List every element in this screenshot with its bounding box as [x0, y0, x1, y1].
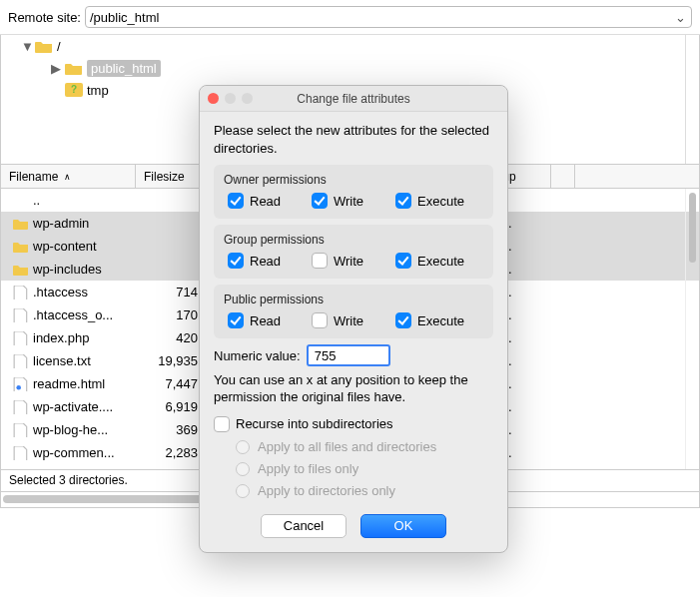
- zoom-icon: [242, 93, 253, 104]
- public-execute-checkbox[interactable]: Execute: [395, 312, 479, 328]
- file-name: index.php: [33, 330, 89, 345]
- column-label: Filesize: [144, 170, 185, 184]
- file-icon: [13, 400, 29, 414]
- numeric-value-label: Numeric value:: [214, 348, 301, 363]
- column-label: Filename: [9, 170, 58, 184]
- file-size-cell: 170: [142, 307, 204, 322]
- file-name-cell: .htaccess: [7, 285, 142, 299]
- file-name: wp-commen...: [33, 445, 115, 460]
- owner-read-checkbox[interactable]: Read: [228, 193, 312, 209]
- sort-ascending-icon: ∧: [64, 172, 71, 182]
- perm-text: Write: [334, 254, 363, 269]
- file-name-cell: license.txt: [7, 353, 142, 368]
- file-name: wp-content: [33, 239, 97, 254]
- ok-button[interactable]: OK: [360, 514, 446, 538]
- scrollbar-thumb[interactable]: [689, 193, 696, 263]
- remote-path-input[interactable]: [90, 10, 673, 25]
- disclosure-open-icon[interactable]: ▼: [21, 39, 35, 54]
- file-size-cell: 7,447: [142, 376, 204, 391]
- checkbox[interactable]: [228, 312, 244, 328]
- remote-site-bar: Remote site: ⌄: [0, 0, 700, 35]
- perm-text: Execute: [417, 313, 464, 328]
- tree-vertical-scrollbar[interactable]: [685, 35, 699, 164]
- column-filesize[interactable]: Filesize: [136, 165, 204, 188]
- dialog-title: Change file attributes: [297, 92, 409, 106]
- checkbox[interactable]: [395, 253, 411, 269]
- chevron-down-icon[interactable]: ⌄: [673, 10, 687, 25]
- checkbox[interactable]: [312, 312, 328, 328]
- radio-apply-all: Apply to all files and directories: [236, 436, 493, 458]
- radio-label: Apply to all files and directories: [258, 439, 436, 454]
- file-icon: [13, 469, 29, 471]
- file-name-cell: .htaccess_o...: [7, 307, 142, 322]
- public-read-checkbox[interactable]: Read: [228, 312, 312, 328]
- file-icon: [13, 286, 29, 299]
- tree-row[interactable]: ▶ public_html: [1, 57, 699, 79]
- checkbox[interactable]: [228, 193, 244, 209]
- file-name-cell: wp-includes: [7, 262, 142, 277]
- radio: [236, 484, 250, 498]
- file-size-cell: 6,919: [142, 399, 204, 414]
- file-icon: [13, 354, 29, 368]
- html-icon: [13, 377, 29, 391]
- folder-icon: [13, 217, 29, 231]
- checkbox[interactable]: [312, 253, 328, 269]
- numeric-value-input[interactable]: [307, 344, 390, 366]
- checkbox[interactable]: [312, 193, 328, 209]
- group-write-checkbox[interactable]: Write: [312, 253, 395, 269]
- numeric-value-row: Numeric value:: [214, 344, 493, 366]
- remote-path-combo[interactable]: ⌄: [85, 6, 692, 28]
- file-size-cell: 714: [142, 285, 204, 299]
- file-name-cell: wp-admin: [7, 216, 142, 231]
- perm-text: Read: [250, 194, 281, 209]
- list-vertical-scrollbar[interactable]: [685, 189, 699, 469]
- radio: [236, 462, 250, 476]
- checkbox[interactable]: [228, 253, 244, 269]
- cancel-button[interactable]: Cancel: [261, 514, 347, 538]
- file-icon: [13, 331, 29, 345]
- column-filename[interactable]: Filename ∧: [1, 165, 136, 188]
- file-size-cell: 2,898: [142, 468, 204, 470]
- tree-row-root[interactable]: ▼ /: [1, 35, 699, 57]
- owner-permissions-block: Owner permissions Read Write Execute: [214, 165, 493, 219]
- radio-apply-files: Apply to files only: [236, 458, 493, 480]
- file-size-cell: 420: [142, 330, 204, 345]
- owner-execute-checkbox[interactable]: Execute: [395, 193, 479, 209]
- radio-label: Apply to files only: [258, 461, 358, 476]
- radio-label: Apply to directories only: [258, 483, 395, 498]
- file-size-cell: 19,935: [142, 353, 204, 368]
- remote-site-label: Remote site:: [8, 10, 81, 25]
- up-icon: [13, 194, 29, 208]
- question-folder-icon: ?: [65, 83, 83, 97]
- file-name: ..: [33, 193, 40, 208]
- checkbox[interactable]: [395, 193, 411, 209]
- file-icon: [13, 308, 29, 322]
- owner-write-checkbox[interactable]: Write: [312, 193, 395, 209]
- close-icon[interactable]: [208, 93, 219, 104]
- perm-text: Read: [250, 313, 281, 328]
- file-name-cell: wp-commen...: [7, 445, 142, 460]
- checkbox[interactable]: [214, 416, 230, 432]
- perm-section-label: Public permissions: [224, 293, 483, 306]
- checkbox[interactable]: [395, 312, 411, 328]
- file-name: wp-activate....: [33, 399, 113, 414]
- svg-point-0: [16, 384, 21, 389]
- file-icon: [13, 423, 29, 437]
- status-text: Selected 3 directories.: [9, 473, 128, 487]
- file-name-cell: index.php: [7, 330, 142, 345]
- tree-item-label: public_html: [87, 60, 161, 77]
- window-controls: [208, 93, 253, 104]
- group-execute-checkbox[interactable]: Execute: [395, 253, 479, 269]
- dialog-buttons: Cancel OK: [214, 514, 493, 538]
- file-name-cell: wp-blog-he...: [7, 422, 142, 437]
- recurse-checkbox[interactable]: Recurse into subdirectories: [214, 416, 493, 432]
- disclosure-closed-icon[interactable]: ▶: [51, 61, 65, 76]
- group-read-checkbox[interactable]: Read: [228, 253, 312, 269]
- folder-icon: [13, 240, 29, 254]
- public-write-checkbox[interactable]: Write: [312, 312, 395, 328]
- column-scroll-spacer: [551, 165, 575, 188]
- group-permissions-block: Group permissions Read Write Execute: [214, 225, 493, 279]
- public-permissions-block: Public permissions Read Write Execute: [214, 285, 493, 338]
- tree-item-label: tmp: [87, 83, 109, 98]
- file-name: readme.html: [33, 376, 105, 391]
